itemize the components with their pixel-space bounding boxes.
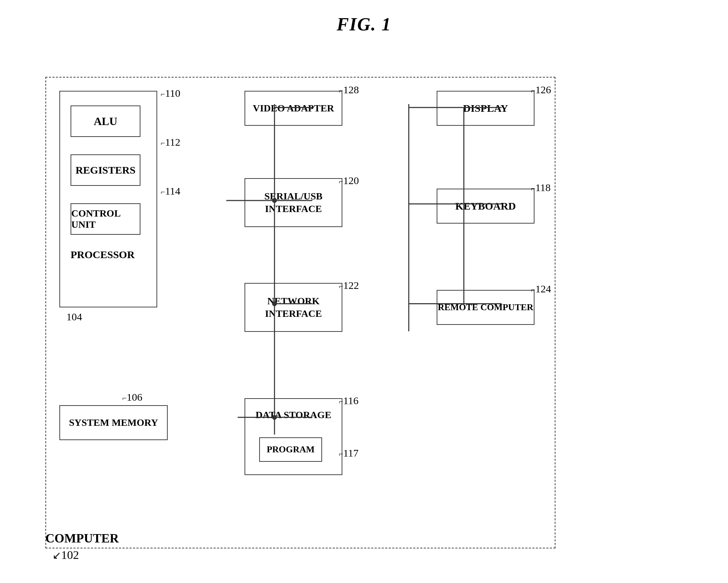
display-box: DISPLAY	[437, 91, 534, 126]
system-memory-box: SYSTEM MEMORY	[59, 405, 168, 440]
ref-120: ⌐120	[339, 175, 359, 187]
page-title: FIG. 1	[0, 14, 728, 35]
processor-label: PROCESSOR	[71, 249, 134, 261]
serial-usb-box: SERIAL/USBINTERFACE	[245, 178, 342, 227]
ref-110: ⌐110	[161, 87, 180, 99]
keyboard-box: KEYBOARD	[437, 189, 534, 224]
ref-114: ⌐114	[161, 185, 180, 197]
diagram: COMPUTER ↙102 ALU REGISTERS CONTROL UNIT…	[35, 56, 693, 555]
ref-128: ⌐128	[339, 84, 359, 96]
program-box: PROGRAM	[259, 437, 322, 462]
registers-box: REGISTERS	[71, 154, 140, 186]
data-storage-label: DATA STORAGE	[252, 409, 335, 421]
remote-computer-box: REMOTE COMPUTER	[437, 290, 534, 325]
ref-106: ⌐106	[122, 391, 142, 403]
computer-label: COMPUTER	[45, 531, 119, 546]
ref-117: ⌐117	[339, 447, 358, 459]
alu-box: ALU	[71, 105, 140, 137]
ref-118: ⌐118	[531, 182, 551, 194]
data-storage-box: DATA STORAGE PROGRAM	[245, 398, 342, 475]
processor-box: ALU REGISTERS CONTROL UNIT PROCESSOR	[59, 91, 157, 307]
ref-124: ⌐124	[531, 283, 551, 295]
ref-126: ⌐126	[531, 84, 551, 96]
ref-116: ⌐116	[339, 395, 358, 407]
computer-ref: ↙102	[52, 548, 79, 562]
ref-122: ⌐122	[339, 279, 359, 291]
network-interface-box: NETWORKINTERFACE	[245, 283, 342, 332]
ref-104: 104	[66, 311, 82, 323]
video-adapter-box: VIDEO ADAPTER	[245, 91, 342, 126]
ref-112: ⌐112	[161, 136, 180, 148]
control-unit-box: CONTROL UNIT	[71, 203, 140, 235]
